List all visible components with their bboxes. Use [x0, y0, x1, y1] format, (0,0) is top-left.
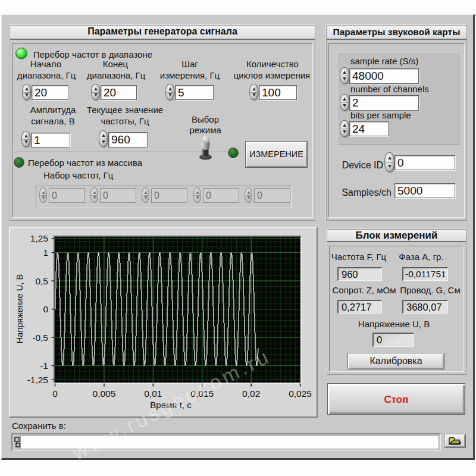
svg-text:0: 0 [52, 389, 58, 399]
svg-text:0,02: 0,02 [242, 389, 260, 399]
svg-text:1: 1 [43, 248, 48, 258]
svg-text:-1: -1 [40, 361, 48, 371]
svg-text:0: 0 [43, 304, 48, 314]
svg-text:0,5: 0,5 [35, 276, 48, 286]
svg-text:-1,25: -1,25 [27, 375, 48, 385]
svg-text:-0,5: -0,5 [32, 333, 48, 343]
svg-text:1,25: 1,25 [30, 233, 48, 243]
svg-text:0,005: 0,005 [93, 389, 116, 399]
svg-text:0,025: 0,025 [289, 389, 312, 399]
svg-text:Напряжение U, В: Напряжение U, В [15, 274, 24, 343]
